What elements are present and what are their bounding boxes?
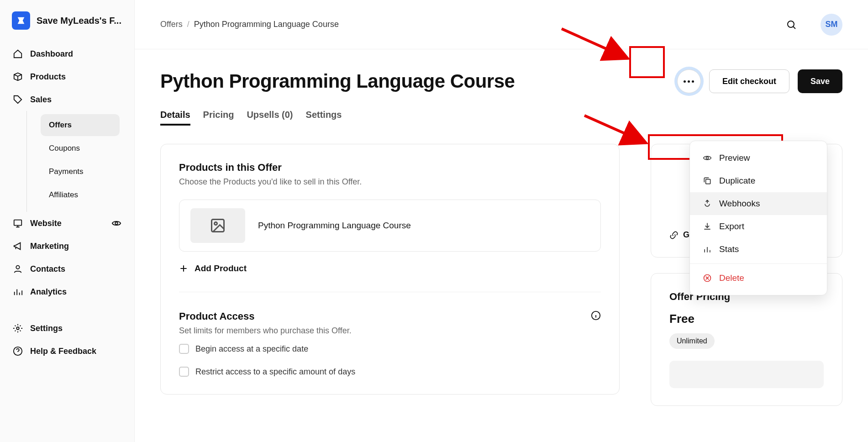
- product-card[interactable]: Python Programming Language Course: [179, 200, 601, 252]
- access-begin-date-row[interactable]: Begin access at a specific date: [179, 344, 601, 354]
- copy-icon: [703, 176, 712, 185]
- dropdown-preview[interactable]: Preview: [690, 147, 827, 169]
- svg-point-3: [16, 327, 19, 330]
- content: Python Programming Language Course Edit …: [135, 49, 868, 426]
- subnav-offers[interactable]: Offers: [41, 114, 120, 136]
- dropdown-label: Webhooks: [719, 199, 760, 209]
- tab-pricing[interactable]: Pricing: [203, 106, 234, 126]
- subnav-payments[interactable]: Payments: [41, 161, 120, 183]
- sidebar-item-label: Dashboard: [30, 49, 73, 59]
- home-icon: [13, 49, 23, 59]
- main: Offers / Python Programming Language Cou…: [135, 0, 868, 442]
- access-label-1: Begin access at a specific date: [195, 344, 308, 354]
- gear-icon: [13, 323, 23, 333]
- tab-details[interactable]: Details: [160, 106, 190, 126]
- access-restrict-days-row[interactable]: Restrict access to a specific amount of …: [179, 367, 601, 377]
- tab-upsells[interactable]: Upsells (0): [247, 106, 293, 126]
- bar-chart-icon: [703, 245, 712, 254]
- sidebar-item-help[interactable]: Help & Feedback: [9, 340, 125, 363]
- dropdown-separator: [690, 263, 827, 264]
- svg-rect-12: [706, 179, 710, 184]
- page-header: Python Programming Language Course Edit …: [160, 69, 842, 93]
- checkbox[interactable]: [179, 344, 189, 354]
- sales-subnav: Offers Coupons Payments Affiliates: [26, 111, 125, 212]
- sidebar-item-label: Website: [30, 219, 62, 228]
- avatar[interactable]: SM: [821, 14, 842, 36]
- image-icon: [210, 217, 226, 234]
- svg-point-9: [215, 222, 217, 225]
- dropdown-label: Duplicate: [719, 176, 755, 186]
- info-icon[interactable]: [591, 310, 601, 322]
- sidebar-item-label: Help & Feedback: [30, 347, 96, 356]
- sidebar-item-label: Sales: [30, 95, 52, 105]
- unlimited-badge: Unlimited: [669, 333, 715, 349]
- dropdown-label: Delete: [719, 273, 744, 283]
- sidebar: Save MyLeads's F... Dashboard Products S…: [0, 0, 135, 442]
- product-name: Python Programming Language Course: [258, 221, 411, 231]
- access-section-subtitle: Set limits for members who purchase this…: [179, 326, 591, 336]
- svg-point-11: [706, 157, 709, 159]
- more-actions-button[interactable]: [677, 69, 701, 93]
- dropdown-label: Export: [719, 221, 744, 232]
- plus-icon: [179, 264, 188, 273]
- tab-settings[interactable]: Settings: [306, 106, 342, 126]
- svg-point-5: [788, 21, 794, 27]
- dropdown-duplicate[interactable]: Duplicate: [690, 169, 827, 192]
- sidebar-item-analytics[interactable]: Analytics: [9, 280, 125, 303]
- tag-icon: [13, 95, 23, 105]
- dropdown-label: Stats: [719, 244, 739, 254]
- product-thumbnail: [190, 208, 245, 243]
- monitor-icon: [13, 218, 23, 228]
- breadcrumb-separator: /: [187, 20, 189, 29]
- box-icon: [13, 72, 23, 82]
- sidebar-item-label: Contacts: [30, 264, 65, 274]
- save-button[interactable]: Save: [798, 69, 842, 93]
- sidebar-item-dashboard[interactable]: Dashboard: [9, 42, 125, 65]
- search-button[interactable]: [782, 16, 800, 34]
- sidebar-item-marketing[interactable]: Marketing: [9, 235, 125, 258]
- products-section-title: Products in this Offer: [179, 162, 601, 174]
- sidebar-item-contacts[interactable]: Contacts: [9, 258, 125, 280]
- more-actions-dropdown: Preview Duplicate Webhooks Export Stats: [689, 141, 827, 295]
- dropdown-webhooks[interactable]: Webhooks: [690, 192, 827, 215]
- subnav-affiliates[interactable]: Affiliates: [41, 184, 120, 206]
- dropdown-delete[interactable]: Delete: [690, 267, 827, 289]
- svg-point-1: [115, 222, 118, 225]
- sidebar-item-sales[interactable]: Sales: [9, 88, 125, 111]
- sidebar-item-label: Marketing: [30, 242, 69, 251]
- subnav-coupons[interactable]: Coupons: [41, 137, 120, 159]
- edit-checkout-button[interactable]: Edit checkout: [709, 69, 789, 93]
- sidebar-item-products[interactable]: Products: [9, 65, 125, 88]
- dots-icon: [684, 80, 694, 83]
- breadcrumb-root[interactable]: Offers: [160, 20, 183, 29]
- sidebar-item-label: Products: [30, 72, 66, 82]
- products-panel: Products in this Offer Choose the Produc…: [160, 144, 620, 395]
- megaphone-icon: [13, 241, 23, 251]
- access-section-title: Product Access: [179, 310, 591, 322]
- svg-rect-0: [14, 220, 22, 226]
- divider: [179, 292, 601, 292]
- dropdown-label: Preview: [719, 153, 750, 163]
- webhook-icon: [703, 199, 712, 208]
- brand-title: Save MyLeads's F...: [37, 16, 121, 26]
- checkbox[interactable]: [179, 367, 189, 377]
- app-brand[interactable]: Save MyLeads's F...: [0, 11, 134, 38]
- sidebar-item-website[interactable]: Website: [9, 212, 125, 235]
- svg-rect-8: [212, 220, 224, 232]
- dropdown-export[interactable]: Export: [690, 215, 827, 238]
- breadcrumb: Offers / Python Programming Language Cou…: [160, 20, 339, 29]
- add-product-label: Add Product: [195, 263, 247, 274]
- add-product-button[interactable]: Add Product: [179, 263, 601, 274]
- app-logo-icon: [12, 11, 30, 30]
- svg-point-2: [16, 266, 19, 269]
- dropdown-stats[interactable]: Stats: [690, 238, 827, 261]
- tabs: Details Pricing Upsells (0) Settings: [160, 106, 842, 126]
- user-icon: [13, 264, 23, 274]
- eye-icon: [703, 153, 712, 163]
- search-icon: [786, 19, 797, 30]
- bar-chart-icon: [13, 287, 23, 297]
- download-icon: [703, 222, 712, 231]
- delete-icon: [703, 274, 712, 283]
- access-label-2: Restrict access to a specific amount of …: [195, 367, 355, 377]
- sidebar-item-settings[interactable]: Settings: [9, 317, 125, 340]
